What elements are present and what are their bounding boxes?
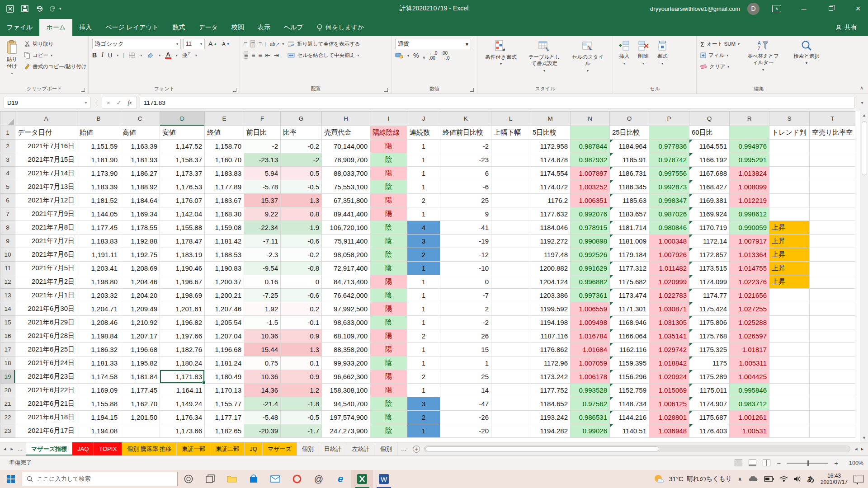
row-header-17[interactable]: 17 bbox=[0, 343, 15, 357]
cell-B15[interactable]: 1,208.46 bbox=[77, 316, 120, 329]
formula-bar-expand-button[interactable]: ▾ bbox=[857, 100, 867, 105]
cell-L2[interactable] bbox=[491, 140, 530, 153]
grow-font-button[interactable]: A▲ bbox=[207, 40, 218, 48]
store-button[interactable] bbox=[243, 470, 264, 488]
weather-widget[interactable]: 31°C 晴れのちくもり bbox=[654, 474, 732, 484]
cell-G20[interactable]: 1.2 bbox=[281, 384, 322, 397]
cell-L7[interactable] bbox=[491, 207, 530, 221]
normal-view-icon[interactable] bbox=[735, 460, 742, 466]
file-explorer-button[interactable] bbox=[221, 470, 243, 488]
cell-E19[interactable]: 1,180.49 bbox=[205, 370, 244, 384]
underline-button[interactable]: U bbox=[108, 52, 112, 59]
cell-A15[interactable]: 2021年6月29日 bbox=[15, 316, 77, 329]
cell-P5[interactable]: 0.992873 bbox=[649, 180, 689, 194]
sheet-tab-0[interactable]: マザーズ指標 bbox=[26, 442, 72, 455]
cell-I15[interactable]: 陰 bbox=[370, 316, 407, 329]
action-center-icon[interactable] bbox=[854, 475, 863, 483]
row-header-5[interactable]: 5 bbox=[0, 180, 15, 194]
row-header-16[interactable]: 16 bbox=[0, 329, 15, 343]
cell-G4[interactable]: 0.5 bbox=[281, 167, 322, 180]
cell-C16[interactable]: 1,207.17 bbox=[120, 329, 160, 343]
cell-M8[interactable]: 1184.046 bbox=[530, 221, 571, 235]
tab-home[interactable]: ホーム bbox=[39, 19, 72, 36]
cell-R5[interactable]: 1.008099 bbox=[730, 180, 769, 194]
cell-H21[interactable]: 94,540,700 bbox=[322, 397, 370, 411]
sheet-tab-2[interactable]: TOPIX bbox=[94, 442, 122, 455]
cell-D7[interactable]: 1,142.04 bbox=[160, 207, 205, 221]
cell-N19[interactable]: 1.006178 bbox=[571, 370, 610, 384]
cell-H4[interactable]: 88,033,700 bbox=[322, 167, 370, 180]
cell-P6[interactable]: 0.998347 bbox=[649, 194, 689, 207]
cell-G9[interactable]: -0.6 bbox=[281, 235, 322, 248]
cell-H10[interactable]: 98,058,200 bbox=[322, 248, 370, 262]
cell-T18[interactable] bbox=[810, 357, 855, 370]
cell-I4[interactable]: 陽 bbox=[370, 167, 407, 180]
cell-B16[interactable]: 1,198.84 bbox=[77, 329, 120, 343]
cell-A3[interactable]: 2021年7月15日 bbox=[15, 153, 77, 167]
cell-D22[interactable]: 1,176.34 bbox=[160, 411, 205, 424]
bold-button[interactable]: B bbox=[92, 52, 97, 59]
cell-K21[interactable]: -47 bbox=[440, 397, 491, 411]
cell-L18[interactable] bbox=[491, 357, 530, 370]
cell-C22[interactable]: 1,201.50 bbox=[120, 411, 160, 424]
hscroll-left-icon[interactable]: ◂ bbox=[855, 446, 858, 452]
at-app-button[interactable]: @ bbox=[308, 470, 330, 488]
cell-P9[interactable]: 1.000348 bbox=[649, 235, 689, 248]
cell-E2[interactable]: 1,158.70 bbox=[205, 140, 244, 153]
cell-I7[interactable]: 陽 bbox=[370, 207, 407, 221]
cell-I17[interactable]: 陽 bbox=[370, 343, 407, 357]
cell-O13[interactable]: 1173.474 bbox=[610, 289, 649, 302]
cell-M18[interactable]: 1172.96 bbox=[530, 357, 571, 370]
cell-D15[interactable]: 1,196.82 bbox=[160, 316, 205, 329]
col-header-D[interactable]: D bbox=[160, 112, 205, 126]
restore-button[interactable] bbox=[821, 0, 841, 17]
undo-button[interactable]: ▾ bbox=[36, 5, 42, 12]
cell-M15[interactable]: 1194.198 bbox=[530, 316, 571, 329]
cell-M21[interactable]: 1184.652 bbox=[530, 397, 571, 411]
tab-review[interactable]: 校閲 bbox=[225, 19, 251, 36]
cell-T1[interactable]: 空売り比率空 bbox=[810, 126, 855, 140]
row-header-11[interactable]: 11 bbox=[0, 262, 15, 275]
cell-I23[interactable]: 陰 bbox=[370, 424, 407, 438]
cell-D21[interactable]: 1,149.24 bbox=[160, 397, 205, 411]
select-all-corner[interactable] bbox=[0, 112, 15, 126]
cell-M13[interactable]: 1203.386 bbox=[530, 289, 571, 302]
cell-J4[interactable]: 1 bbox=[407, 167, 440, 180]
cell-D8[interactable]: 1,155.88 bbox=[160, 221, 205, 235]
cell-D18[interactable]: 1,180.24 bbox=[160, 357, 205, 370]
scroll-up-icon[interactable]: ▲ bbox=[862, 111, 866, 119]
cell-H11[interactable]: 72,917,400 bbox=[322, 262, 370, 275]
decrease-indent-icon[interactable]: ⇤ bbox=[265, 52, 271, 58]
cell-H8[interactable]: 106,720,100 bbox=[322, 221, 370, 235]
cell-M22[interactable]: 1193.242 bbox=[530, 411, 571, 424]
cell-P3[interactable]: 0.978742 bbox=[649, 153, 689, 167]
cell-K15[interactable]: -2 bbox=[440, 316, 491, 329]
increase-decimal-button[interactable]: ←.0.00 bbox=[429, 51, 437, 61]
cell-N21[interactable]: 0.97562 bbox=[571, 397, 610, 411]
cell-H3[interactable]: 78,909,700 bbox=[322, 153, 370, 167]
cell-T8[interactable] bbox=[810, 221, 855, 235]
cell-styles-button[interactable]: セルのスタイル▾ bbox=[568, 39, 608, 74]
col-header-G[interactable]: G bbox=[281, 112, 322, 126]
insert-function-button[interactable]: fx bbox=[128, 99, 132, 106]
row-header-20[interactable]: 20 bbox=[0, 384, 15, 397]
cell-R20[interactable]: 0.995846 bbox=[730, 384, 769, 397]
cell-S10[interactable]: 上昇 bbox=[769, 248, 810, 262]
cell-N15[interactable]: 1.009498 bbox=[571, 316, 610, 329]
cell-N7[interactable]: 0.992076 bbox=[571, 207, 610, 221]
cell-T13[interactable] bbox=[810, 289, 855, 302]
cell-A16[interactable]: 2021年6月28日 bbox=[15, 329, 77, 343]
cell-H18[interactable]: 99,933,200 bbox=[322, 357, 370, 370]
cell-K6[interactable]: 25 bbox=[440, 194, 491, 207]
cell-D4[interactable]: 1,173.37 bbox=[160, 167, 205, 180]
cell-G2[interactable]: -0.2 bbox=[281, 140, 322, 153]
cell-E7[interactable]: 1,168.30 bbox=[205, 207, 244, 221]
cell-O20[interactable]: 1152.759 bbox=[610, 384, 649, 397]
font-size-select[interactable]: 11▾ bbox=[183, 39, 205, 49]
cell-L8[interactable] bbox=[491, 221, 530, 235]
cell-D16[interactable]: 1,197.66 bbox=[160, 329, 205, 343]
cell-C21[interactable]: 1,162.70 bbox=[120, 397, 160, 411]
cell-E23[interactable]: 1,182.65 bbox=[205, 424, 244, 438]
tab-insert[interactable]: 挿入 bbox=[72, 19, 99, 36]
row-header-15[interactable]: 15 bbox=[0, 316, 15, 329]
